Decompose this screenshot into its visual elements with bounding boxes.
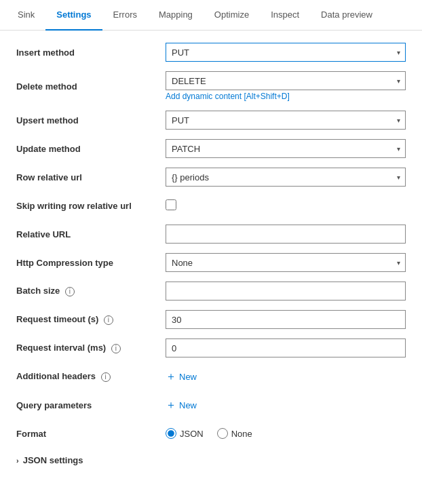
- add-headers-plus-icon: ＋: [166, 371, 176, 382]
- request-timeout-control: [166, 310, 406, 329]
- additional-headers-row: Additional headers i ＋ New: [16, 367, 406, 386]
- tab-errors[interactable]: Errors: [102, 0, 148, 31]
- json-settings-chevron-icon: ›: [16, 457, 19, 465]
- skip-writing-control: [166, 199, 406, 212]
- relative-url-control: [166, 225, 406, 244]
- row-relative-url-select[interactable]: {} periods: [166, 168, 406, 187]
- delete-method-wrapper: DELETE PUT POST GET PATCH ▾: [166, 71, 406, 90]
- format-label: Format: [16, 429, 166, 439]
- batch-size-control: [166, 282, 406, 301]
- add-headers-button[interactable]: ＋ New: [166, 371, 197, 382]
- query-parameters-row: Query parameters ＋ New: [16, 395, 406, 414]
- dynamic-content-link[interactable]: Add dynamic content [Alt+Shift+D]: [166, 92, 406, 101]
- format-json-radio[interactable]: [166, 428, 176, 439]
- additional-headers-info-icon[interactable]: i: [101, 372, 111, 382]
- skip-writing-checkbox[interactable]: [166, 199, 176, 210]
- batch-size-row: Batch size i: [16, 282, 406, 301]
- update-method-row: Update method PATCH PUT POST GET DELETE …: [16, 139, 406, 158]
- relative-url-label: Relative URL: [16, 229, 166, 239]
- request-timeout-label: Request timeout (s) i: [16, 314, 166, 325]
- tab-optimize[interactable]: Optimize: [204, 0, 260, 31]
- relative-url-row: Relative URL: [16, 225, 406, 244]
- http-compression-label: Http Compression type: [16, 258, 166, 268]
- format-none-label[interactable]: None: [217, 428, 252, 439]
- http-compression-wrapper: None GZip Deflate ▾: [166, 253, 406, 272]
- json-settings-label: JSON settings: [23, 455, 83, 465]
- format-control: JSON None: [166, 428, 406, 439]
- tab-inspect[interactable]: Inspect: [260, 0, 310, 31]
- request-interval-row: Request interval (ms) i: [16, 338, 406, 357]
- upsert-method-row: Upsert method PUT POST GET DELETE PATCH …: [16, 111, 406, 130]
- delete-method-label: Delete method: [16, 81, 166, 92]
- settings-content: Insert method PUT POST GET DELETE PATCH …: [0, 31, 422, 478]
- json-settings-row[interactable]: › JSON settings: [16, 452, 406, 465]
- format-json-label[interactable]: JSON: [166, 428, 204, 439]
- tab-sink[interactable]: Sink: [7, 0, 45, 31]
- update-method-select[interactable]: PATCH PUT POST GET DELETE: [166, 139, 406, 158]
- format-json-text: JSON: [180, 429, 204, 439]
- request-interval-info-icon[interactable]: i: [111, 344, 121, 353]
- batch-size-input[interactable]: [166, 282, 406, 301]
- row-relative-url-wrapper: {} periods ▾: [166, 168, 406, 187]
- format-none-text: None: [231, 429, 252, 439]
- tab-data-preview[interactable]: Data preview: [310, 0, 383, 31]
- request-interval-input[interactable]: [166, 338, 406, 357]
- insert-method-label: Insert method: [16, 47, 166, 58]
- add-headers-label: New: [179, 372, 197, 382]
- skip-writing-label: Skip writing row relative url: [16, 201, 166, 211]
- delete-method-select[interactable]: DELETE PUT POST GET PATCH: [166, 71, 406, 90]
- row-relative-url-row: Row relative url {} periods ▾: [16, 168, 406, 187]
- format-radio-group: JSON None: [166, 428, 406, 439]
- add-query-params-button[interactable]: ＋ New: [166, 400, 197, 410]
- request-interval-control: [166, 338, 406, 357]
- additional-headers-label: Additional headers i: [16, 371, 166, 382]
- upsert-method-control: PUT POST GET DELETE PATCH ▾: [166, 111, 406, 130]
- tab-settings[interactable]: Settings: [45, 0, 102, 31]
- batch-size-label: Batch size i: [16, 286, 166, 296]
- add-query-params-plus-icon: ＋: [166, 400, 176, 410]
- insert-method-wrapper: PUT POST GET DELETE PATCH ▾: [166, 43, 406, 62]
- update-method-control: PATCH PUT POST GET DELETE ▾: [166, 139, 406, 158]
- format-row: Format JSON None: [16, 424, 406, 443]
- row-relative-url-control: {} periods ▾: [166, 168, 406, 187]
- format-none-radio[interactable]: [217, 428, 228, 439]
- insert-method-row: Insert method PUT POST GET DELETE PATCH …: [16, 43, 406, 62]
- request-timeout-input[interactable]: [166, 310, 406, 329]
- query-parameters-label: Query parameters: [16, 400, 166, 410]
- batch-size-info-icon[interactable]: i: [65, 287, 75, 296]
- upsert-method-wrapper: PUT POST GET DELETE PATCH ▾: [166, 111, 406, 130]
- delete-method-section: Delete method DELETE PUT POST GET PATCH …: [16, 71, 406, 101]
- additional-headers-control: ＋ New: [166, 371, 406, 382]
- row-relative-url-label: Row relative url: [16, 172, 166, 182]
- delete-method-row: Delete method DELETE PUT POST GET PATCH …: [16, 71, 406, 101]
- http-compression-row: Http Compression type None GZip Deflate …: [16, 253, 406, 272]
- tab-bar: Sink Settings Errors Mapping Optimize In…: [0, 0, 422, 31]
- tab-mapping[interactable]: Mapping: [148, 0, 204, 31]
- http-compression-control: None GZip Deflate ▾: [166, 253, 406, 272]
- add-query-params-label: New: [179, 400, 197, 410]
- http-compression-select[interactable]: None GZip Deflate: [166, 253, 406, 272]
- request-timeout-info-icon[interactable]: i: [104, 315, 113, 325]
- upsert-method-label: Upsert method: [16, 115, 166, 125]
- request-timeout-row: Request timeout (s) i: [16, 310, 406, 329]
- relative-url-input[interactable]: [166, 225, 406, 244]
- insert-method-select[interactable]: PUT POST GET DELETE PATCH: [166, 43, 406, 62]
- query-parameters-control: ＋ New: [166, 400, 406, 410]
- skip-writing-row: Skip writing row relative url: [16, 196, 406, 215]
- request-interval-label: Request interval (ms) i: [16, 343, 166, 353]
- update-method-label: Update method: [16, 144, 166, 154]
- update-method-wrapper: PATCH PUT POST GET DELETE ▾: [166, 139, 406, 158]
- insert-method-control: PUT POST GET DELETE PATCH ▾: [166, 43, 406, 62]
- upsert-method-select[interactable]: PUT POST GET DELETE PATCH: [166, 111, 406, 130]
- delete-method-control: DELETE PUT POST GET PATCH ▾ Add dynamic …: [166, 71, 406, 101]
